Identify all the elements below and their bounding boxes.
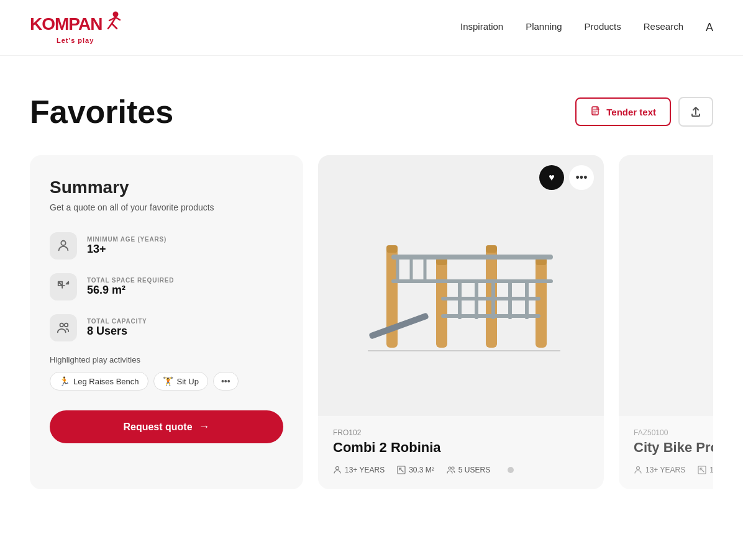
total-capacity-label: TOTAL CAPACITY <box>87 318 147 325</box>
product-meta-1: 13+ YEARS 30.3 M² 5 USERS <box>333 466 589 474</box>
svg-point-9 <box>65 323 68 327</box>
product-code-2: FAZ50100 <box>634 428 713 437</box>
svg-rect-12 <box>436 261 447 348</box>
svg-rect-25 <box>508 279 512 319</box>
activities-tags: 🏃 Leg Raises Bench 🏋️ Sit Up ••• <box>50 372 283 391</box>
capacity-icon <box>50 314 77 341</box>
sit-up-icon: 🏋️ <box>163 376 173 386</box>
product-age-2: 13+ YEARS <box>634 466 685 474</box>
nav-account[interactable]: A <box>706 21 713 34</box>
product-info-1: FRO102 Combi 2 Robinia 13+ YEARS 30.3 M²… <box>318 416 604 489</box>
product-name-1: Combi 2 Robinia <box>333 440 589 456</box>
product-code-1: FRO102 <box>333 428 589 437</box>
activity-leg-raises[interactable]: 🏃 Leg Raises Bench <box>50 372 148 391</box>
summary-subtitle: Get a quote on all of your favorite prod… <box>50 202 283 212</box>
svg-rect-23 <box>475 279 478 319</box>
min-age-stat: MINIMUM AGE (YEARS) 13+ <box>50 232 283 260</box>
availability-indicator-1 <box>508 467 514 473</box>
summary-heading: Summary <box>50 178 283 197</box>
svg-rect-16 <box>536 261 547 348</box>
product-info-2: FAZ50100 City Bike Pro 13+ YEARS 11. <box>619 416 713 489</box>
product-image-1: ♥ ••• <box>318 155 604 416</box>
svg-rect-30 <box>368 312 429 340</box>
activities-label: Highlighted play activities <box>50 355 283 364</box>
product-meta-2: 13+ YEARS 11. <box>634 466 713 474</box>
logo-figure <box>103 11 121 37</box>
more-options-button-1[interactable]: ••• <box>569 165 594 190</box>
svg-point-32 <box>336 467 339 470</box>
product-card-2: FAZ50100 City Bike Pro 13+ YEARS 11. <box>619 155 713 489</box>
total-capacity-value: 8 Users <box>87 325 147 338</box>
svg-rect-24 <box>491 279 495 319</box>
tender-text-button[interactable]: Tender text <box>575 97 671 126</box>
request-quote-button[interactable]: Request quote → <box>50 410 283 443</box>
min-age-value: 13+ <box>87 243 166 256</box>
nav-inspiration[interactable]: Inspiration <box>460 21 503 32</box>
share-icon <box>690 106 702 118</box>
svg-point-36 <box>637 467 640 470</box>
nav-links: Inspiration Planning Products Research A <box>460 21 713 34</box>
product-card-actions-1: ♥ ••• <box>539 165 594 190</box>
nav-products[interactable]: Products <box>585 21 621 32</box>
logo[interactable]: KOMPAN Let's play <box>30 11 121 44</box>
page-title: Favorites <box>30 93 173 130</box>
svg-point-0 <box>113 12 119 17</box>
nav-research[interactable]: Research <box>644 21 683 32</box>
cards-row: Summary Get a quote on all of your favor… <box>30 155 713 489</box>
navbar: KOMPAN Let's play Inspiration Planning P… <box>0 0 743 56</box>
svg-rect-22 <box>458 279 462 319</box>
request-quote-label: Request quote <box>123 422 192 433</box>
total-space-stat: TOTAL SPACE REQUIRED 56.9 m² <box>50 273 283 300</box>
summary-card: Summary Get a quote on all of your favor… <box>30 155 303 489</box>
product-image-2 <box>619 155 713 416</box>
activity-sit-up[interactable]: 🏋️ Sit Up <box>153 372 208 391</box>
min-age-label: MINIMUM AGE (YEARS) <box>87 236 166 243</box>
leg-raises-icon: 🏃 <box>59 376 70 386</box>
page-header: Favorites Tender text <box>30 93 713 130</box>
svg-point-7 <box>61 241 65 245</box>
product-illustration-1 <box>349 199 573 373</box>
header-actions: Tender text <box>575 97 713 127</box>
svg-point-35 <box>452 467 454 469</box>
svg-point-8 <box>60 323 64 327</box>
product-users-1: 5 USERS <box>447 466 490 474</box>
product-name-2: City Bike Pro <box>634 440 713 456</box>
svg-line-3 <box>112 24 117 29</box>
more-activities-button[interactable]: ••• <box>213 372 239 391</box>
arrow-right-icon: → <box>199 420 210 433</box>
leg-raises-label: Leg Raises Bench <box>73 377 139 386</box>
svg-line-5 <box>116 17 120 20</box>
product-space-2: 11. <box>698 466 713 474</box>
total-space-value: 56.9 m² <box>87 284 174 297</box>
age-icon <box>50 232 77 260</box>
svg-rect-15 <box>486 245 497 253</box>
sit-up-label: Sit Up <box>177 377 199 386</box>
space-icon <box>50 273 77 300</box>
share-button[interactable] <box>678 97 713 127</box>
brand-name: KOMPAN <box>30 14 102 34</box>
svg-point-34 <box>449 467 451 469</box>
brand-slogan: Let's play <box>57 37 94 44</box>
product-card-1: ♥ ••• <box>318 155 604 489</box>
svg-line-2 <box>108 24 112 29</box>
document-icon <box>590 106 601 117</box>
svg-rect-26 <box>525 279 529 319</box>
nav-planning[interactable]: Planning <box>526 21 562 32</box>
svg-rect-11 <box>386 245 398 253</box>
total-capacity-stat: TOTAL CAPACITY 8 Users <box>50 314 283 341</box>
product-age-1: 13+ YEARS <box>333 466 385 474</box>
tender-text-label: Tender text <box>606 107 656 117</box>
product-space-1: 30.3 M² <box>397 466 434 474</box>
total-space-label: TOTAL SPACE REQUIRED <box>87 277 174 284</box>
main-content: Favorites Tender text Summary <box>0 56 743 514</box>
favorite-button-1[interactable]: ♥ <box>539 165 564 190</box>
svg-rect-18 <box>391 255 553 260</box>
